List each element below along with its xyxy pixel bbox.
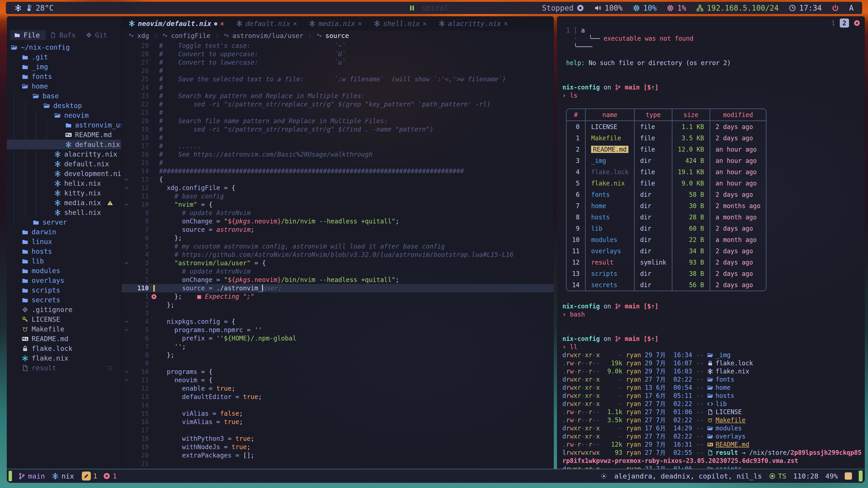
tree-item-nix-config[interactable]: ~/nix-config	[7, 42, 121, 52]
tree-item-modules[interactable]: modules	[7, 266, 121, 275]
pause-icon[interactable]	[408, 4, 416, 12]
code-line[interactable]: 16 vimAlias = true;	[122, 418, 554, 426]
tree-item-default.nix[interactable]: default.nix	[7, 159, 121, 169]
editor-tab[interactable]: shell.nix×	[374, 20, 427, 28]
code-line[interactable]: 7 '';	[122, 343, 554, 351]
fold-chevron-icon[interactable]	[122, 176, 131, 183]
tree-item-shell.nix[interactable]: shell.nix	[7, 207, 121, 217]
tree-item-_img[interactable]: _img	[7, 62, 121, 72]
tree-item-.git[interactable]: .git	[7, 52, 121, 62]
tab-close-icon[interactable]: ×	[358, 20, 362, 28]
tree-item-flake.nix[interactable]: flake.nix	[7, 353, 121, 363]
terminal-tab-2[interactable]: 2	[840, 19, 849, 28]
code-line[interactable]: 20 extraPackages = [];	[122, 451, 554, 459]
git-branch-widget[interactable]: main	[18, 472, 45, 480]
code-line[interactable]: 22 # currently we use lazy.nvim as neovi…	[122, 468, 554, 469]
code-line[interactable]: 7 source = astronvim;	[122, 225, 554, 234]
fold-chevron-icon[interactable]	[122, 368, 131, 376]
breadcrumb-segment[interactable]: source	[316, 32, 349, 39]
code-line[interactable]: 21	[122, 459, 554, 468]
code-line[interactable]: 2 };	[122, 301, 554, 309]
code-line[interactable]: 2 # update AstroNvim	[122, 267, 554, 275]
code-line[interactable]: 18 withPython3 = true;	[122, 434, 554, 443]
tree-item-kitty.nix[interactable]: kitty.nix	[7, 188, 121, 198]
tree-item-desktop[interactable]: desktop	[7, 101, 121, 110]
tree-item-result[interactable]: result	[7, 363, 121, 373]
code-line[interactable]: 22# sed -ri "s/pattern_str/replace_str/g…	[122, 100, 554, 108]
fold-chevron-icon[interactable]	[122, 184, 131, 192]
media-widget[interactable]: spiral	[408, 4, 448, 12]
scroll-indicator[interactable]	[845, 473, 852, 480]
speaker-icon[interactable]	[594, 4, 601, 12]
code-line[interactable]: 29# Toggle text's case: `~`	[122, 41, 554, 50]
code-line[interactable]: 26#	[122, 67, 554, 75]
breadcrumb-segment[interactable]: xdg	[128, 32, 149, 39]
tree-item-scripts[interactable]: scripts	[7, 285, 121, 295]
code-line[interactable]: 17# ......	[122, 142, 554, 150]
tree-item-README.md[interactable]: README.md	[7, 334, 121, 344]
fold-chevron-icon[interactable]	[122, 326, 131, 334]
code-line[interactable]: 3	[122, 309, 554, 318]
fold-chevron-icon[interactable]	[122, 201, 131, 208]
tree-item-Makefile[interactable]: Makefile	[7, 324, 121, 334]
code-line[interactable]: 3 "astronvim/lua/user" = {	[122, 259, 554, 267]
code-line[interactable]: 5 programs.npm.npmrc = ''	[122, 326, 554, 334]
code-line[interactable]: 15#	[122, 159, 554, 167]
code-line[interactable]: 6 prefix = ''${HOME}/.npm-global	[122, 334, 554, 343]
terminal-output[interactable]: 1 │ a · ╰── executable was not found ╰──…	[557, 16, 865, 469]
file-tree-tab-git[interactable]: Git	[82, 30, 113, 40]
editor-tab[interactable]: media.nix×	[309, 20, 362, 28]
editor-tab[interactable]: alacritty.nix×	[438, 20, 508, 28]
code-editor[interactable]: 29# Toggle text's case: `~`28# Convert t…	[122, 41, 554, 469]
editor-tab[interactable]: neovim/default.nix●×	[128, 20, 224, 28]
code-line[interactable]: 20# Search file name pattern and Replace…	[122, 117, 554, 125]
fold-chevron-icon[interactable]	[122, 318, 131, 325]
code-line[interactable]: 8 onChange = "${pkgs.neovim}/bin/nvim --…	[122, 217, 554, 225]
file-tree-tab-file[interactable]: File	[10, 30, 46, 40]
tree-item-LICENSE[interactable]: LICENSE	[7, 315, 121, 324]
code-line[interactable]: 11 neovim = {	[122, 376, 554, 384]
code-line[interactable]: 9 # update AstroNvim	[122, 209, 554, 217]
code-line[interactable]: 6 };	[122, 234, 554, 242]
code-line[interactable]: 14	[122, 401, 554, 410]
tree-item-helix.nix[interactable]: helix.nix	[7, 178, 121, 188]
code-line[interactable]: 12 xdg.configFile = {	[122, 184, 554, 192]
tree-item-development.nix[interactable]: development.nix	[7, 169, 121, 178]
fold-chevron-icon[interactable]	[122, 259, 131, 267]
code-line[interactable]: 9	[122, 359, 554, 367]
tree-item-media.nix[interactable]: media.nix	[7, 198, 121, 207]
tab-close-icon[interactable]: ×	[220, 20, 224, 28]
stop-icon[interactable]	[577, 4, 584, 12]
tree-item-README.md[interactable]: README.md	[7, 130, 121, 140]
code-line[interactable]: 19# sed -ri "s/pattern_str/replace_str/g…	[122, 125, 554, 133]
code-line[interactable]: 1 }; ■ Expecting ";"	[122, 292, 554, 301]
editor-tab[interactable]: default.nix×	[236, 20, 297, 28]
breadcrumb-segment[interactable]: configFile	[162, 32, 211, 39]
tree-item-fonts[interactable]: fonts	[7, 72, 121, 81]
code-line[interactable]: 23# Search key pattern and Replace in Mu…	[122, 92, 554, 100]
code-line[interactable]: 18#	[122, 133, 554, 142]
tree-item-linux[interactable]: linux	[7, 237, 121, 247]
code-line[interactable]: 110 source = ./astronvim_user;	[122, 284, 554, 292]
code-line[interactable]: 10 "nvim" = {	[122, 200, 554, 209]
code-line[interactable]: 11 # base config	[122, 192, 554, 200]
error-count-widget[interactable]: 1	[103, 472, 117, 480]
code-line[interactable]: 19 withNodeJs = true;	[122, 443, 554, 451]
tree-item-hosts[interactable]: hosts	[7, 247, 121, 256]
code-line[interactable]: 13 defaultEditor = true;	[122, 393, 554, 401]
code-line[interactable]: 13{	[122, 175, 554, 184]
code-line[interactable]: 21#	[122, 108, 554, 117]
code-line[interactable]: 4 nixpkgs.config = {	[122, 318, 554, 326]
code-line[interactable]: 15 viAlias = false;	[122, 410, 554, 418]
tree-item-base[interactable]: base	[7, 91, 121, 101]
code-line[interactable]: 17	[122, 426, 554, 434]
code-line[interactable]: 28# Convert to uppercase: `U`	[122, 50, 554, 58]
code-line[interactable]: 4 # https://github.com/AstroNvim/AstroNv…	[122, 251, 554, 259]
network-widget[interactable]: 192.168.5.100/24	[696, 4, 779, 12]
tree-item-lib[interactable]: lib	[7, 256, 121, 266]
code-line[interactable]: 10 programs = {	[122, 367, 554, 376]
volume-widget[interactable]: 100%	[594, 4, 622, 12]
tree-item-astronvim_user[interactable]: astronvim_user	[7, 120, 121, 130]
tree-item-.gitignore[interactable]: .gitignore	[7, 305, 121, 315]
tree-item-flake.lock[interactable]: flake.lock	[7, 344, 121, 353]
